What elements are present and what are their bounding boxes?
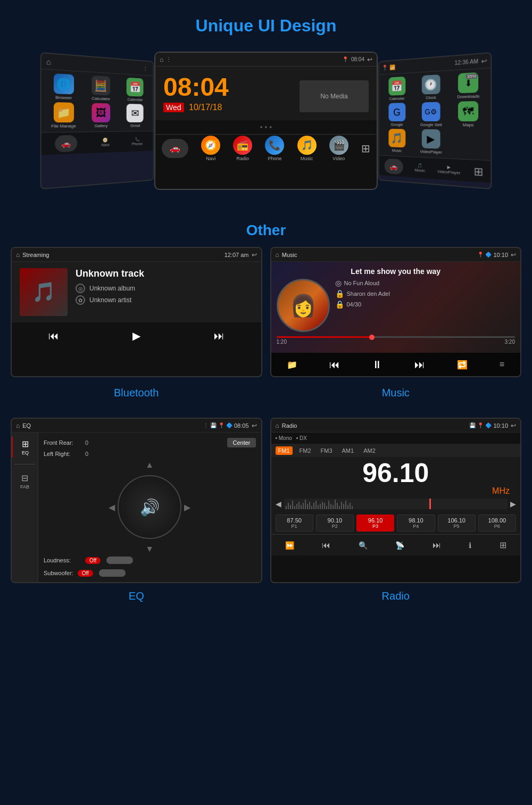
right-music-btn[interactable]: 🎵Music bbox=[414, 163, 425, 173]
phone-label: 📞 Phone bbox=[132, 137, 143, 146]
app-google-settings[interactable]: G⚙ Google Sett bbox=[414, 102, 448, 127]
right-car-btn[interactable]: 🚗 bbox=[385, 158, 403, 175]
artist2-icon: 🔒 bbox=[335, 289, 344, 298]
bt-next-btn[interactable]: ⏭ bbox=[214, 330, 225, 342]
radio-info-icon[interactable]: ℹ bbox=[469, 541, 471, 550]
band-fm1[interactable]: FM1 bbox=[276, 446, 293, 455]
bt-home-icon: ⌂ bbox=[16, 251, 20, 259]
right-back-icon[interactable]: ↩ bbox=[481, 57, 487, 65]
left-right-label: Left Right: bbox=[44, 451, 81, 457]
center-button[interactable]: Center bbox=[227, 438, 255, 447]
app-icon-browser[interactable]: 🌐 Browser bbox=[45, 73, 82, 101]
loudness-switch[interactable] bbox=[106, 557, 133, 564]
band-am1[interactable]: AM1 bbox=[339, 446, 357, 455]
app-icon-gallery[interactable]: 🖼 Gallery bbox=[84, 103, 118, 128]
right-videoplayer-btn[interactable]: ▶VideoPlayer bbox=[437, 164, 460, 175]
music-back-icon[interactable]: ↩ bbox=[511, 251, 516, 259]
app-downloads[interactable]: ⬇ 35% Downloads bbox=[450, 72, 487, 99]
music-next-btn[interactable]: ⏭ bbox=[414, 359, 425, 371]
eq-tab-fab[interactable]: ⊟ FAB bbox=[12, 471, 38, 492]
car-nav-btn[interactable]: 🚗 bbox=[162, 139, 188, 158]
band-am2[interactable]: AM2 bbox=[361, 446, 378, 455]
radio-antenna-icon[interactable]: 📡 bbox=[395, 541, 404, 550]
music-pause-btn[interactable]: ⏸ bbox=[372, 359, 383, 371]
album-icon: ◎ bbox=[76, 284, 85, 293]
center-location-icon: 📍 bbox=[342, 56, 348, 62]
radio-search-icon[interactable]: 🔍 bbox=[359, 541, 368, 550]
radio-back-icon[interactable]: ↩ bbox=[511, 422, 516, 429]
app-icon-filemanager[interactable]: 📁 File Manage bbox=[45, 102, 82, 129]
subwoofer-toggle[interactable]: Off bbox=[78, 570, 93, 577]
subwoofer-switch[interactable] bbox=[99, 569, 126, 577]
eq-header: ⌂ EQ ⋮ 💾 📍 🔷 08:05 ↩ bbox=[12, 419, 261, 433]
bt-time: 12:07 am bbox=[225, 252, 249, 258]
bluetooth-label: Bluetooth bbox=[11, 383, 262, 407]
eq-left-arrow[interactable]: ◀ bbox=[109, 502, 115, 512]
band-fm2[interactable]: FM2 bbox=[297, 446, 314, 455]
music-repeat-icon[interactable]: 🔁 bbox=[457, 360, 468, 370]
seek-right-btn[interactable]: ▶ bbox=[510, 500, 516, 508]
right-grid-icon[interactable]: ⊞ bbox=[473, 164, 483, 179]
app-music[interactable]: 🎵 Music bbox=[382, 129, 413, 154]
preset-p6[interactable]: 108.00 P6 bbox=[478, 514, 516, 532]
music-playlist-icon[interactable]: ≡ bbox=[500, 360, 504, 369]
center-back-icon[interactable]: ↩ bbox=[367, 56, 372, 63]
music-folder-icon[interactable]: 📁 bbox=[287, 360, 297, 370]
phone-btn[interactable]: 📞 Phone bbox=[265, 136, 284, 161]
radio-prev-btn[interactable]: ⏮ bbox=[322, 541, 330, 550]
eq-full-body: ⊞ EQ ⊟ FAB Front Rear: 0 Center bbox=[12, 433, 261, 582]
music-btn[interactable]: 🎵 Music bbox=[297, 136, 317, 161]
bt-album-art: 🎵 bbox=[20, 268, 68, 316]
eq-right-arrow[interactable]: ▶ bbox=[184, 502, 190, 512]
bt-prev-btn[interactable]: ⏮ bbox=[48, 330, 59, 342]
radio-title: Radio bbox=[282, 422, 470, 429]
navi-btn[interactable]: 🧭 Navi bbox=[201, 136, 220, 161]
eq-location-icon: 📍 bbox=[218, 422, 225, 428]
radio-ff-icon[interactable]: ⏩ bbox=[285, 541, 294, 550]
radio-home-icon: ⌂ bbox=[276, 422, 279, 429]
eq-down-arrow[interactable]: ▼ bbox=[145, 544, 154, 554]
music-prev-btn[interactable]: ⏮ bbox=[329, 359, 340, 371]
eq-loudness-row: Loudness: Off bbox=[44, 557, 256, 564]
music-time: 10:10 bbox=[493, 252, 508, 258]
radio-seek-bar: ◀ bbox=[271, 496, 521, 512]
radio-grid-icon[interactable]: ⊞ bbox=[500, 540, 506, 550]
radio-next-btn[interactable]: ⏭ bbox=[433, 541, 441, 550]
eq-tab-eq[interactable]: ⊞ EQ bbox=[12, 437, 38, 458]
app-icon-calculator[interactable]: 🧮 Calculator bbox=[84, 75, 118, 102]
seek-scale[interactable] bbox=[284, 499, 508, 509]
app-maps[interactable]: 🗺 Maps bbox=[450, 101, 487, 128]
app-icon-gmail[interactable]: ✉ Gmail bbox=[120, 104, 151, 128]
music-progress[interactable]: 1:20 3:20 bbox=[277, 336, 516, 345]
seek-left-btn[interactable]: ◀ bbox=[276, 500, 281, 508]
nav-pill-left[interactable]: 🚗 bbox=[55, 135, 77, 152]
grid-icon[interactable]: ⊞ bbox=[361, 142, 370, 155]
eq-front-rear-row: Front Rear: 0 Center bbox=[44, 438, 256, 447]
app-videoplayer[interactable]: ▶ VideoPlayer bbox=[414, 129, 448, 155]
preset-p5[interactable]: 106.10 P5 bbox=[438, 514, 476, 532]
date-value: 10/17/18 bbox=[189, 103, 222, 112]
app-icon-calendar[interactable]: 📅 Calendar bbox=[120, 77, 151, 102]
music-title: Music bbox=[282, 252, 478, 258]
preset-p3[interactable]: 96.10 P3 bbox=[356, 514, 394, 532]
preset-p4[interactable]: 98.10 P4 bbox=[397, 514, 435, 532]
app-clock[interactable]: 🕐 Clock bbox=[414, 74, 448, 101]
eq-back-icon[interactable]: ↩ bbox=[252, 422, 257, 429]
left-screen-title bbox=[55, 62, 143, 68]
video-btn[interactable]: 🎬 Video bbox=[329, 136, 348, 161]
eq-up-arrow[interactable]: ▲ bbox=[145, 460, 154, 470]
preset-p1[interactable]: 87.50 P1 bbox=[276, 514, 313, 532]
screen-dots: • • • bbox=[155, 120, 377, 134]
bt-play-btn[interactable]: ▶ bbox=[132, 329, 140, 342]
band-fm3[interactable]: FM3 bbox=[318, 446, 335, 455]
eq-left-right-row: Left Right: 0 bbox=[44, 451, 256, 457]
bt-back-icon[interactable]: ↩ bbox=[252, 251, 257, 259]
music-home-icon: ⌂ bbox=[276, 251, 279, 259]
preset-p2[interactable]: 90.10 P2 bbox=[316, 514, 354, 532]
loudness-toggle[interactable]: Off bbox=[85, 557, 101, 564]
dx-label: • DX bbox=[296, 435, 307, 441]
app-calendar[interactable]: 📅 Calendar bbox=[382, 76, 413, 101]
radio-btn[interactable]: 📻 Radio bbox=[233, 136, 252, 161]
right-screen: 📍 📶 12:36 AM ↩ 📅 Calendar 🕐 Clock ⬇ bbox=[378, 52, 492, 189]
app-google[interactable]: G Google bbox=[382, 103, 413, 127]
